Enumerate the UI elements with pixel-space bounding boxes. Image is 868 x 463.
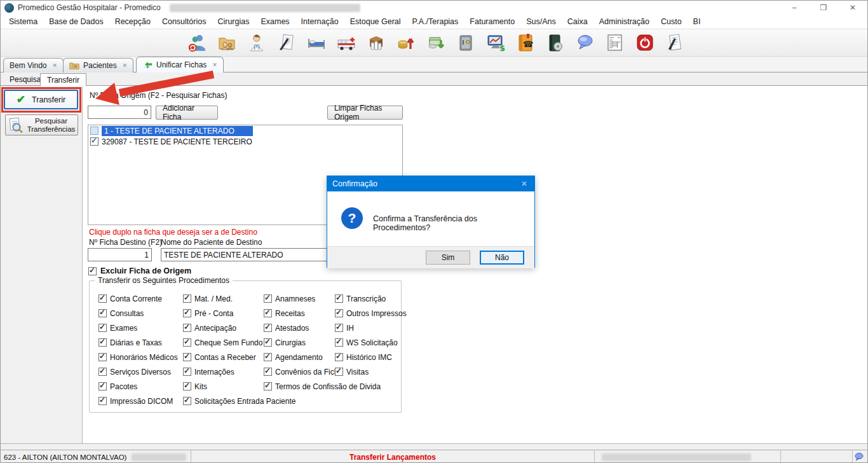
menu-sistema[interactable]: Sistema — [3, 16, 43, 27]
destino-nome-label: Nome do Paciente de Destino — [161, 238, 262, 247]
doctor-icon[interactable] — [246, 31, 268, 54]
phone-book-icon[interactable]: ☎ — [515, 31, 536, 54]
minimize-button[interactable]: – — [780, 1, 809, 15]
menu-cirurgias[interactable]: Cirurgias — [212, 16, 255, 27]
tab-unificar-fichas[interactable]: Unificar Fichas ✕ — [136, 57, 224, 73]
menu-administracao[interactable]: Administração — [593, 16, 655, 27]
procedure-checkbox[interactable]: Transcrição — [335, 291, 407, 306]
dialog-close-icon[interactable]: ✕ — [514, 179, 534, 188]
procedure-checkbox[interactable]: Kits — [183, 379, 264, 394]
medical-record-icon[interactable] — [276, 31, 297, 54]
list-item[interactable]: 1 - TESTE DE PACIENTE ALTERADO — [88, 125, 402, 136]
financial-dashboard-icon[interactable]: $ — [485, 31, 506, 54]
menu-faturamento[interactable]: Faturamento — [464, 16, 520, 27]
procedure-checkbox[interactable]: Pré - Conta — [183, 306, 264, 321]
bottom-gap — [1, 444, 867, 450]
close-button[interactable]: ✕ — [838, 1, 867, 15]
list-item-label: 329087 - TESTE DE PACIENTE TERCEIRO — [102, 137, 252, 146]
destino-number-input[interactable] — [88, 248, 152, 261]
procedure-checkbox[interactable]: Agendamento — [264, 350, 335, 364]
procedure-checkbox[interactable]: Honorários Médicos — [98, 350, 183, 364]
stock-supplies-icon[interactable] — [365, 31, 387, 54]
procedure-checkbox[interactable]: Cheque Sem Fundo — [183, 335, 264, 350]
menu-internacao[interactable]: Internação — [295, 16, 344, 27]
procedure-checkbox[interactable]: Impressão DICOM — [98, 394, 183, 408]
procedure-checkbox[interactable]: Serviços Diversos — [98, 364, 183, 379]
procedure-checkbox[interactable]: IH — [335, 321, 407, 335]
excluir-ficha-checkbox[interactable]: Excluir Ficha de Origem — [88, 266, 191, 275]
procedure-checkbox[interactable]: Cirurgias — [264, 335, 335, 350]
tab-close-icon[interactable]: ✕ — [123, 62, 128, 69]
power-off-icon[interactable] — [634, 31, 656, 54]
menu-consultorios[interactable]: Consultórios — [156, 16, 212, 27]
limpar-fichas-origem-button[interactable]: Limpar Fichas Origem — [327, 106, 403, 120]
statusbar-datetime-section — [595, 450, 781, 463]
origem-number-input[interactable] — [88, 106, 151, 119]
billing-increase-icon[interactable] — [395, 31, 417, 54]
menu-sus-ans[interactable]: Sus/Ans — [520, 16, 562, 27]
procedure-checkbox[interactable]: Anamneses — [264, 291, 335, 306]
procedure-checkbox[interactable]: WS Solicitação — [335, 335, 407, 350]
patients-folder-icon[interactable] — [216, 31, 238, 54]
procedure-checkbox[interactable]: Exames — [98, 321, 183, 335]
procedure-checkbox[interactable]: Contas a Receber — [183, 350, 264, 364]
menu-estoque-geral[interactable]: Estoque Geral — [344, 16, 407, 27]
menu-base-de-dados[interactable]: Base de Dados — [43, 16, 109, 27]
procedure-checkbox[interactable]: Pacotes — [98, 379, 183, 394]
procedure-checkbox[interactable]: Histórico IMC — [335, 350, 407, 364]
hospital-bed-icon[interactable] — [306, 31, 327, 54]
manual-book-icon[interactable] — [545, 31, 566, 54]
procedure-checkbox[interactable]: Mat. / Med. — [183, 291, 264, 306]
tab-close-icon[interactable]: ✕ — [52, 62, 57, 69]
dialog-title-bar[interactable]: Confirmação ✕ — [327, 176, 534, 191]
ambulance-icon[interactable] — [336, 31, 357, 54]
tab-bem-vindo[interactable]: Bem Vindo ✕ — [3, 58, 64, 73]
procedure-checkbox[interactable]: Internações — [183, 364, 264, 379]
unify-arrows-icon — [142, 60, 153, 69]
document-tab-bar: Bem Vindo ✕ Pacientes ✕ Unificar Fichas … — [1, 57, 867, 73]
menu-recepcao[interactable]: Recepção — [109, 16, 156, 27]
question-icon: ? — [341, 207, 363, 229]
procedimentos-group-title: Transferir os Seguintes Procedimentos — [95, 276, 233, 285]
restore-button[interactable]: ❐ — [809, 1, 838, 15]
menu-bi[interactable]: BI — [688, 16, 707, 27]
adicionar-ficha-button[interactable]: Adicionar Ficha — [156, 106, 218, 120]
menu-custo[interactable]: Custo — [655, 16, 688, 27]
item-checkbox[interactable] — [90, 127, 98, 135]
prescription-icon[interactable] — [664, 31, 686, 54]
sync-patients-icon[interactable] — [186, 31, 208, 54]
list-item-label: 1 - TESTE DE PACIENTE ALTERADO — [102, 126, 253, 136]
procedure-checkbox[interactable]: Termos de Confissão de Divida — [264, 379, 407, 394]
procedure-checkbox[interactable]: Antecipação — [183, 321, 264, 335]
svg-text:☎: ☎ — [523, 39, 533, 49]
procedure-checkbox[interactable]: Visitas — [335, 364, 407, 379]
procedure-checkbox[interactable]: Outros Impressos — [335, 306, 407, 321]
menu-pa-terapias[interactable]: P.A./Terapias — [407, 16, 465, 27]
procedure-checkbox[interactable]: Solicitações Entrada Paciente — [183, 394, 335, 408]
safe-icon[interactable] — [455, 31, 477, 54]
procedure-checkbox[interactable]: Conta Corrente — [98, 291, 183, 306]
transferir-button[interactable]: ✔ Transferir — [4, 90, 78, 109]
menu-caixa[interactable]: Caixa — [562, 16, 593, 27]
procedure-checkbox[interactable]: Diárias e Taxas — [98, 335, 183, 350]
nao-button[interactable]: Não — [480, 251, 524, 265]
statusbar-chat-icon[interactable] — [854, 452, 864, 463]
item-checkbox[interactable] — [90, 137, 98, 146]
sim-button[interactable]: Sim — [426, 251, 470, 265]
pesquisar-transferencias-button[interactable]: PesquisarTransferências — [5, 114, 78, 135]
redacted-status-text — [132, 453, 186, 461]
subtab-transferir[interactable]: Transferir — [40, 73, 86, 86]
chat-icon[interactable] — [574, 31, 596, 54]
invoice-icon[interactable] — [604, 31, 626, 54]
procedure-checkbox[interactable]: Receitas — [264, 306, 335, 321]
menu-exames[interactable]: Exames — [255, 16, 295, 27]
payments-received-icon[interactable] — [425, 31, 447, 54]
list-item[interactable]: 329087 - TESTE DE PACIENTE TERCEIRO — [88, 136, 402, 147]
tab-pacientes[interactable]: Pacientes ✕ — [63, 58, 133, 73]
procedure-checkbox[interactable]: Convênios da Ficha — [264, 364, 335, 379]
procedure-checkbox[interactable]: Consultas — [98, 306, 183, 321]
tab-label: Pacientes — [83, 61, 117, 70]
procedure-checkbox[interactable]: Atestados — [264, 321, 335, 335]
tab-close-icon[interactable]: ✕ — [212, 62, 217, 68]
action-sidebar: ✔ Transferir PesquisarTransferências — [1, 86, 83, 443]
